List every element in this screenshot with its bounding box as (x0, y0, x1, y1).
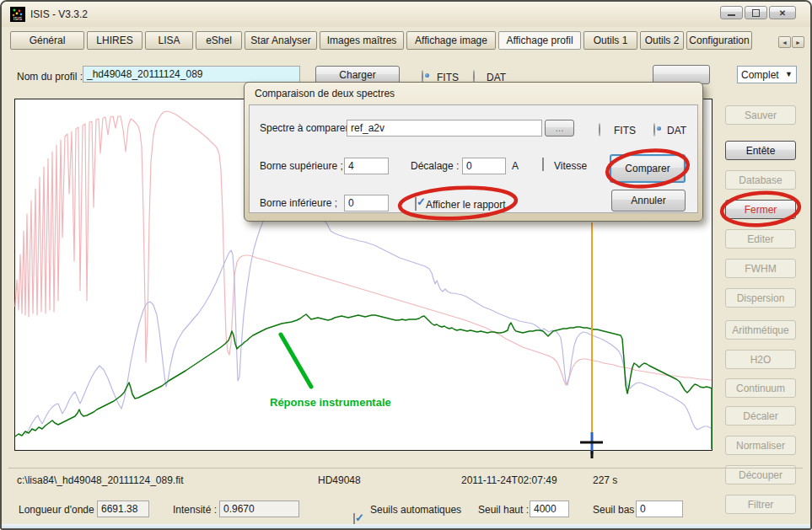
tab-lhires[interactable]: LHIRES (87, 31, 143, 50)
tab-outils-1[interactable]: Outils 1 (583, 31, 637, 50)
object-name: HD49048 (318, 474, 361, 486)
tab-star-analyser[interactable]: Star Analyser (245, 31, 317, 50)
tab-scroll-left-button[interactable]: ◄ (778, 36, 791, 48)
observation-datetime: 2011-11-24T02:07:49 (461, 474, 557, 486)
borne-inf-label: Borne inférieure ; (260, 197, 337, 209)
dialog-dat-label: DAT (667, 125, 686, 137)
tab-eshel[interactable]: eShel (196, 31, 242, 50)
comparer-button[interactable]: Comparer (610, 154, 686, 183)
tab-affichage-profil[interactable]: Affichage profil (498, 31, 581, 50)
exposure-time: 227 s (593, 474, 617, 486)
arrow-left-icon: ◄ (782, 40, 788, 46)
window-titlebar[interactable]: ISIS ISIS - V3.3.2 ✕ (2, 2, 810, 27)
dispersion-button: Dispersion (725, 288, 796, 308)
tab-general[interactable]: Général (10, 31, 84, 50)
file-path: c:\lisa84\_hd49048_20111124_089.fit (17, 474, 184, 486)
filtrer-button: Filtrer (725, 495, 796, 514)
dialog-dat-radio[interactable] (653, 123, 655, 137)
editer-button: Editer (725, 229, 796, 249)
normaliser-button: Normaliser (725, 436, 796, 455)
fwhm-button: FWHM (725, 259, 796, 278)
annuler-button[interactable]: Annuler (611, 190, 686, 211)
decaler-button: Décaler (725, 406, 796, 426)
minimize-icon (728, 9, 735, 17)
isis-window: ISIS ISIS - V3.3.2 ✕ GénéralLHIRESLISAeS… (0, 0, 812, 530)
angstrom-unit-label: A (512, 160, 519, 172)
decalage-label: Décalage : (411, 160, 459, 172)
tab-images-maitres[interactable]: Images maîtres (320, 31, 404, 50)
response-annotation-label: Réponse instrumentale (270, 396, 391, 409)
profile-name-input[interactable]: _hd49048_20111124_089 (83, 66, 300, 83)
window-title: ISIS - V3.3.2 (30, 8, 88, 20)
separator-line (8, 468, 803, 468)
tab-configuration[interactable]: Configuration (686, 31, 752, 50)
wavelength-value: 6691.38 (97, 501, 149, 517)
spectre-compare-label: Spectre à comparer : (260, 122, 354, 134)
dialog-fits-radio[interactable] (599, 123, 600, 137)
app-icon: ISIS (10, 7, 25, 22)
chevron-down-icon: ▼ (785, 70, 793, 78)
database-button: Database (725, 170, 796, 190)
borne-sup-input[interactable]: 4 (344, 158, 389, 174)
seuil-bas-label: Seuil bas : (593, 504, 640, 516)
afficher-rapport-label: Afficher le rapport (426, 199, 506, 211)
wavelength-label: Longueur d'onde : (19, 504, 99, 516)
tab-scroll-right-button[interactable]: ► (792, 36, 804, 48)
window-bottom-edge (2, 524, 810, 530)
borne-inf-input[interactable]: 0 (344, 195, 389, 211)
tab-affichage-image[interactable]: Affichage image (406, 31, 496, 50)
vitesse-checkbox[interactable] (542, 158, 544, 171)
profile-name-label: Nom du profil : (17, 71, 83, 83)
h2o-button: H2O (725, 350, 796, 369)
spectre-compare-input[interactable]: ref_a2v (347, 120, 542, 137)
seuil-haut-input[interactable]: 4000 (530, 501, 569, 517)
tab-strip: GénéralLHIRESLISAeShelStar AnalyserImage… (10, 31, 752, 50)
maximize-icon (752, 9, 760, 17)
maximize-button[interactable] (745, 6, 767, 19)
browse-button[interactable]: ... (545, 120, 574, 137)
continuum-button: Continuum (725, 378, 796, 398)
minimize-button[interactable] (720, 6, 743, 19)
sauver-button: Sauver (725, 105, 796, 125)
afficher-rapport-checkbox[interactable] (415, 197, 417, 211)
svg-text:ISIS: ISIS (13, 16, 23, 21)
seuil-bas-input[interactable]: 0 (636, 501, 683, 517)
borne-sup-label: Borne supérieure ; (260, 160, 343, 172)
intensity-value: 0.9670 (219, 501, 299, 517)
intensity-label: Intensité : (173, 504, 217, 516)
dialog-fits-label: FITS (614, 125, 636, 137)
seuil-haut-label: Seuil haut : (478, 504, 529, 516)
arrow-right-icon: ► (795, 40, 801, 46)
arithmetique-button: Arithmétique (725, 320, 796, 340)
display-mode-select[interactable]: Complet ▼ (737, 66, 797, 83)
close-button[interactable]: ✕ (769, 6, 796, 19)
entete-button[interactable]: Entête (725, 141, 796, 160)
vitesse-label: Vitesse (554, 160, 587, 172)
seuils-auto-label: Seuils automatiques (370, 504, 461, 516)
comparison-dialog[interactable]: Comparaison de deux spectres Spectre à c… (244, 82, 703, 222)
tab-lisa[interactable]: LISA (145, 31, 193, 50)
close-icon: ✕ (779, 8, 786, 18)
fermer-button[interactable]: Fermer (725, 200, 796, 219)
dialog-title: Comparaison de deux spectres (255, 88, 395, 99)
decalage-input[interactable]: 0 (462, 158, 506, 174)
tab-outils-2[interactable]: Outils 2 (640, 31, 684, 50)
